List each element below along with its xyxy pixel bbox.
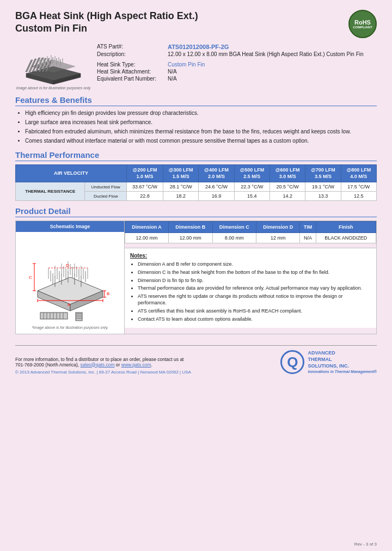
svg-text:A: A — [68, 302, 71, 307]
description-row: Description: 12.00 x 12.00 x 8.00 mm BGA… — [97, 51, 377, 57]
type-value: Custom Pin Fin — [168, 62, 205, 68]
svg-rect-65 — [40, 313, 68, 319]
thermal-table: AIR VELOCITY @200 LFM1.0 M/S @300 LFM1.5… — [15, 164, 377, 201]
rohs-compliant-text: COMPLIANT — [353, 26, 372, 29]
col-600lfm: @600 LFM3.0 M/S — [270, 165, 305, 182]
dim-c-header: Dimension C — [212, 222, 256, 233]
unducted-800: 17.5 °C/W — [341, 182, 376, 192]
col-800lfm: @800 LFM4.0 M/S — [341, 165, 376, 182]
ducted-300: 18.2 — [163, 192, 199, 201]
ducted-800: 12.5 — [341, 192, 376, 201]
title-line1: BGA Heat Sink (High Aspect Ratio Ext.) — [15, 10, 198, 22]
schematic-svg: A B C D — [27, 236, 114, 323]
table-row-unducted: THERMAL RESISTANCE Unducted Flow 33.67 °… — [16, 182, 377, 192]
rohs-text: RoHS — [354, 19, 371, 26]
note-3: Dimension D is fin tip to fin tip. — [138, 277, 371, 284]
unducted-500: 22.3 °C/W — [234, 182, 270, 192]
part-number-row: ATS Part#: ATS012012008-PF-2G — [97, 44, 377, 50]
note-7: Contact ATS to learn about custom option… — [138, 316, 371, 323]
ducted-400: 16.9 — [199, 192, 234, 201]
part-label: ATS Part#: — [97, 44, 168, 50]
schematic-body: A B C D — [22, 232, 118, 334]
unducted-700: 19.1 °C/W — [305, 182, 341, 192]
dim-d-val: 12 mm — [256, 233, 299, 243]
ducted-500: 15.4 — [234, 192, 270, 201]
note-2: Dimension C is the heat sink height from… — [138, 269, 371, 276]
dim-a-header: Dimension A — [125, 222, 169, 233]
ducted-200: 22.8 — [126, 192, 163, 201]
notes-area: Notes: Dimension A and B refer to compon… — [125, 248, 376, 328]
notes-list: Dimension A and B refer to component siz… — [138, 261, 371, 322]
ats-name-1: ADVANCED — [308, 350, 377, 357]
dimensions-row: 12.00 mm 12.00 mm 8.00 mm 12 mm N/A BLAC… — [125, 233, 376, 243]
footer-left: For more information, to find a distribu… — [15, 357, 191, 375]
page-number: Rev - 3 of 3 — [354, 542, 377, 547]
dim-b-header: Dimension B — [169, 222, 212, 233]
type-label: Heat Sink Type: — [97, 62, 168, 68]
ducted-600: 14.2 — [270, 192, 305, 201]
dimensions-table-wrap: Dimension A Dimension B Dimension C Dime… — [125, 221, 376, 248]
ducted-label: Ducted Flow — [85, 192, 127, 201]
schematic-column: Schematic Image — [16, 221, 125, 334]
attachment-value: N/A — [168, 69, 177, 75]
attachment-row: Heat Sink Attachment: N/A — [97, 69, 377, 75]
note-5: ATS reserves the right to update or chan… — [138, 293, 371, 307]
type-row: Heat Sink Type: Custom Pin Fin — [97, 62, 377, 68]
equiv-part-row: Equivalent Part Number: N/A — [97, 76, 377, 82]
col-700lfm: @700 LFM3.5 M/S — [305, 165, 341, 182]
unducted-600: 20.5 °C/W — [270, 182, 305, 192]
col-400lfm: @400 LFM2.0 M/S — [199, 165, 234, 182]
product-detail-title: Product Detail — [15, 206, 377, 217]
rohs-badge: RoHS COMPLIANT — [348, 10, 377, 38]
tim-val: N/A — [300, 233, 316, 243]
svg-text:B: B — [107, 291, 109, 296]
tim-header: TIM — [300, 222, 316, 233]
note-1: Dimension A and B refer to component siz… — [138, 261, 371, 268]
product-info-area: Image above is for illustration purposes… — [15, 44, 377, 90]
heatsink-image — [21, 44, 86, 84]
col-200lfm: @200 LFM1.0 M/S — [126, 165, 163, 182]
unducted-400: 24.6 °C/W — [199, 182, 234, 192]
footer-email[interactable]: sales@qats.com — [81, 362, 115, 368]
finish-val: BLACK ANODIZED — [316, 233, 376, 243]
title-line2: Custom Pin Fin — [15, 22, 198, 35]
header-area: BGA Heat Sink (High Aspect Ratio Ext.) C… — [15, 10, 377, 38]
schematic-header: Schematic Image — [16, 221, 124, 232]
product-details: ATS Part#: ATS012012008-PF-2G Descriptio… — [91, 44, 377, 83]
footer-website[interactable]: www.qats.com — [121, 362, 151, 368]
product-detail-container: Schematic Image — [15, 221, 377, 334]
thermal-resistance-header: THERMAL RESISTANCE — [16, 182, 85, 201]
note-4: Thermal performance data are provided fo… — [138, 285, 371, 292]
unducted-label: Unducted Flow — [85, 182, 127, 192]
notes-title: Notes: — [130, 253, 371, 259]
dim-a-val: 12.00 mm — [125, 233, 169, 243]
finish-header: Finish — [316, 222, 376, 233]
attachment-label: Heat Sink Attachment: — [97, 69, 168, 75]
note-6: ATS certifies that this heat sink assemb… — [138, 308, 371, 315]
main-title: BGA Heat Sink (High Aspect Ratio Ext.) C… — [15, 10, 198, 35]
unducted-300: 28.1 °C/W — [163, 182, 199, 192]
col-500lfm: @500 LFM2.5 M/S — [234, 165, 270, 182]
footer-contact-text: For more information, to find a distribu… — [15, 357, 191, 368]
feature-item-4: Comes standard without interface materia… — [25, 137, 377, 145]
ats-tagline: Innovations in Thermal Management® — [308, 369, 377, 374]
col-300lfm: @300 LFM1.5 M/S — [163, 165, 199, 182]
part-value: ATS012012008-PF-2G — [168, 44, 229, 50]
dim-c-val: 8.00 mm — [212, 233, 256, 243]
equiv-part-value: N/A — [168, 76, 177, 82]
dim-d-header: Dimension D — [256, 222, 299, 233]
ats-logo-q: Q — [280, 350, 304, 374]
thermal-title: Thermal Performance — [15, 150, 377, 161]
equiv-part-label: Equivalent Part Number: — [97, 76, 168, 82]
footer-right: Q ADVANCED THERMAL SOLUTIONS, INC. Innov… — [280, 350, 377, 374]
footer: For more information, to find a distribu… — [15, 345, 377, 374]
ats-name-3: SOLUTIONS, INC. — [308, 363, 377, 370]
right-column: Dimension A Dimension B Dimension C Dime… — [125, 221, 376, 334]
product-image-caption: Image above is for illustration purposes… — [16, 86, 91, 90]
air-velocity-header: AIR VELOCITY — [16, 165, 127, 182]
schematic-caption: *Image above is for illustration purpose… — [32, 326, 108, 329]
svg-text:D: D — [66, 263, 69, 268]
description-value: 12.00 x 12.00 x 8.00 mm BGA Heat Sink (H… — [168, 51, 364, 57]
footer-copyright: © 2013 Advanced Thermal Solutions, Inc. … — [15, 370, 191, 375]
features-list: High efficiency pin fin design provides … — [25, 109, 377, 145]
